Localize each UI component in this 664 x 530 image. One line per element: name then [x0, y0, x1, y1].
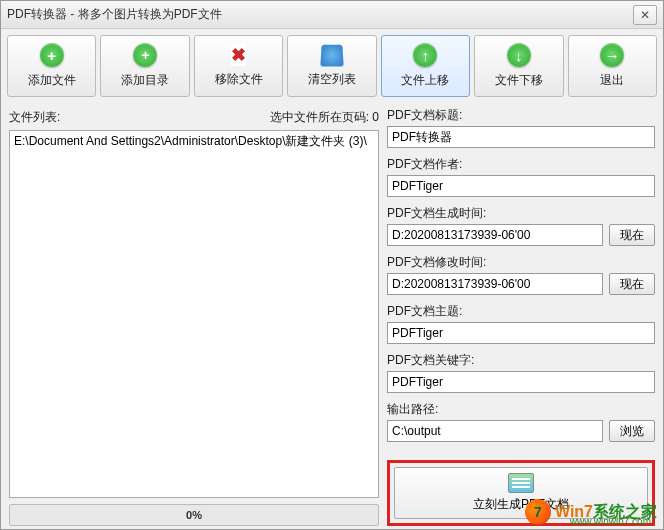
progress-percent: 0% — [186, 509, 202, 521]
app-window: PDF转换器 - 将多个图片转换为PDF文件 ✕ + 添加文件 ＋ 添加目录 ✖… — [0, 0, 664, 530]
exit-label: 退出 — [600, 72, 624, 89]
pdf-subject-label: PDF文档主题: — [387, 303, 655, 320]
selected-page-label: 选中文件所在页码: 0 — [270, 109, 379, 126]
add-folder-button[interactable]: ＋ 添加目录 — [100, 35, 189, 97]
file-list[interactable]: E:\Document And Settings2\Administrator\… — [9, 130, 379, 498]
body-area: 文件列表: 选中文件所在页码: 0 E:\Document And Settin… — [1, 103, 663, 530]
generate-pdf-label: 立刻生成PDF文档 — [473, 496, 569, 513]
remove-file-button[interactable]: ✖ 移除文件 — [194, 35, 283, 97]
window-title: PDF转换器 - 将多个图片转换为PDF文件 — [7, 6, 633, 23]
toolbar: + 添加文件 ＋ 添加目录 ✖ 移除文件 清空列表 ↑ 文件上移 ↓ 文件下移 … — [1, 29, 663, 103]
pdf-keywords-label: PDF文档关键字: — [387, 352, 655, 369]
exit-button[interactable]: → 退出 — [568, 35, 657, 97]
plus-icon: + — [40, 43, 64, 67]
move-down-button[interactable]: ↓ 文件下移 — [474, 35, 563, 97]
pdf-keywords-input[interactable] — [387, 371, 655, 393]
clear-list-label: 清空列表 — [308, 71, 356, 88]
arrow-down-icon: ↓ — [507, 43, 531, 67]
left-column: 文件列表: 选中文件所在页码: 0 E:\Document And Settin… — [9, 107, 379, 526]
spreadsheet-icon — [508, 473, 534, 493]
pdf-author-input[interactable] — [387, 175, 655, 197]
generate-pdf-button[interactable]: 立刻生成PDF文档 — [394, 467, 648, 519]
pdf-author-label: PDF文档作者: — [387, 156, 655, 173]
pdf-title-input[interactable] — [387, 126, 655, 148]
arrow-up-icon: ↑ — [413, 43, 437, 67]
trash-icon — [320, 45, 343, 67]
titlebar: PDF转换器 - 将多个图片转换为PDF文件 ✕ — [1, 1, 663, 29]
progress-bar: 0% — [9, 504, 379, 526]
add-folder-label: 添加目录 — [121, 72, 169, 89]
left-header: 文件列表: 选中文件所在页码: 0 — [9, 107, 379, 130]
add-file-label: 添加文件 — [28, 72, 76, 89]
move-up-button[interactable]: ↑ 文件上移 — [381, 35, 470, 97]
pdf-modified-input[interactable] — [387, 273, 603, 295]
generate-highlight-box: 立刻生成PDF文档 — [387, 460, 655, 526]
move-up-label: 文件上移 — [401, 72, 449, 89]
close-icon: ✕ — [640, 8, 650, 22]
file-list-label: 文件列表: — [9, 109, 60, 126]
arrow-right-icon: → — [600, 43, 624, 67]
clear-list-button[interactable]: 清空列表 — [287, 35, 376, 97]
pdf-created-label: PDF文档生成时间: — [387, 205, 655, 222]
add-file-button[interactable]: + 添加文件 — [7, 35, 96, 97]
output-path-label: 输出路径: — [387, 401, 655, 418]
pdf-created-input[interactable] — [387, 224, 603, 246]
cross-icon: ✖ — [231, 44, 246, 66]
remove-file-label: 移除文件 — [215, 71, 263, 88]
pdf-title-label: PDF文档标题: — [387, 107, 655, 124]
browse-button[interactable]: 浏览 — [609, 420, 655, 442]
created-now-button[interactable]: 现在 — [609, 224, 655, 246]
list-item[interactable]: E:\Document And Settings2\Administrator\… — [14, 133, 374, 150]
close-button[interactable]: ✕ — [633, 5, 657, 25]
pdf-subject-input[interactable] — [387, 322, 655, 344]
modified-now-button[interactable]: 现在 — [609, 273, 655, 295]
pdf-modified-label: PDF文档修改时间: — [387, 254, 655, 271]
move-down-label: 文件下移 — [495, 72, 543, 89]
right-column: PDF文档标题: PDF文档作者: PDF文档生成时间: 现在 PD — [387, 107, 655, 526]
output-path-input[interactable] — [387, 420, 603, 442]
folder-plus-icon: ＋ — [133, 43, 157, 67]
